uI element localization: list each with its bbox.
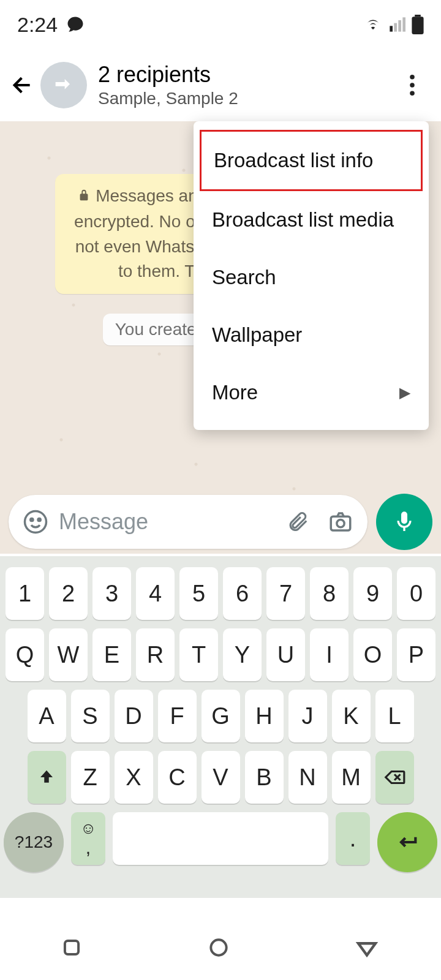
key-8[interactable]: 8 [310,567,349,620]
key-s[interactable]: S [71,690,110,742]
svg-rect-5 [412,17,423,34]
menu-item-more[interactable]: More ▶ [194,364,429,421]
key-x[interactable]: X [115,751,153,804]
menu-item-label: Wallpaper [212,323,302,347]
key-0[interactable]: 0 [397,567,435,620]
more-options-button[interactable] [397,70,428,100]
key-shift[interactable] [28,751,66,804]
key-5[interactable]: 5 [179,567,218,620]
status-bar: 2:24 [0,0,441,49]
svg-rect-14 [65,941,78,954]
signal-icon [388,16,405,33]
key-symbols[interactable]: ?123 [4,812,64,872]
keyboard-row-numbers: 1 2 3 4 5 6 7 8 9 0 [4,567,437,620]
message-input-pill: Message [9,495,368,549]
key-z[interactable]: Z [71,751,110,804]
chevron-right-icon: ▶ [399,384,410,401]
key-u[interactable]: U [266,628,305,681]
header-text-block[interactable]: 2 recipients Sample, Sample 2 [98,62,397,108]
key-j[interactable]: J [288,690,327,742]
svg-point-13 [337,520,344,527]
back-button[interactable] [7,70,38,100]
system-nav-bar [0,919,441,980]
key-a[interactable]: A [28,690,66,742]
key-6[interactable]: 6 [223,567,262,620]
key-i[interactable]: I [310,628,349,681]
key-1[interactable]: 1 [6,567,44,620]
svg-point-8 [410,91,415,96]
emoji-button[interactable] [21,507,50,537]
key-y[interactable]: Y [223,628,262,681]
lock-icon [77,187,96,206]
key-9[interactable]: 9 [353,567,392,620]
svg-rect-3 [402,17,405,31]
key-p[interactable]: P [397,628,435,681]
svg-point-7 [410,83,415,88]
key-b[interactable]: B [245,751,284,804]
key-7[interactable]: 7 [266,567,305,620]
svg-point-9 [25,511,47,533]
voice-message-button[interactable] [376,494,432,550]
key-period[interactable]: . [336,812,370,865]
svg-rect-12 [331,516,350,530]
key-r[interactable]: R [136,628,175,681]
key-n[interactable]: N [288,751,327,804]
menu-item-search[interactable]: Search [194,249,429,306]
key-h[interactable]: H [245,690,284,742]
key-l[interactable]: L [375,690,414,742]
key-w[interactable]: W [49,628,88,681]
camera-button[interactable] [326,507,355,537]
key-f[interactable]: F [158,690,197,742]
menu-item-label: Search [212,266,276,289]
nav-home-button[interactable] [207,936,234,963]
broadcast-avatar[interactable] [40,62,87,108]
key-3[interactable]: 3 [92,567,131,620]
keyboard-row-3: Z X C V B N M [4,751,437,804]
svg-point-6 [410,75,415,80]
attach-button[interactable] [283,507,312,537]
key-space[interactable] [113,812,328,865]
key-backspace[interactable] [375,751,414,804]
key-o[interactable]: O [353,628,392,681]
keyboard-row-bottom: ?123 ☺ , . [4,812,437,872]
menu-item-label: Broadcast list info [214,149,373,172]
menu-item-broadcast-info[interactable]: Broadcast list info [200,130,423,191]
key-t[interactable]: T [179,628,218,681]
battery-icon [412,15,424,34]
key-m[interactable]: M [332,751,371,804]
key-emoji-comma[interactable]: ☺ , [71,812,105,865]
key-v[interactable]: V [202,751,240,804]
svg-rect-2 [398,20,401,32]
header-subtitle: Sample, Sample 2 [98,89,397,108]
svg-rect-0 [390,26,393,31]
status-time: 2:24 [17,13,58,37]
emoji-icon: ☺ [80,820,97,837]
header-title: 2 recipients [98,62,397,88]
menu-item-label: Broadcast list media [212,208,394,232]
menu-item-wallpaper[interactable]: Wallpaper [194,306,429,364]
wifi-icon [364,15,382,34]
keyboard: 1 2 3 4 5 6 7 8 9 0 Q W E R T Y U I O P … [0,556,441,898]
menu-item-broadcast-media[interactable]: Broadcast list media [194,191,429,249]
message-input-row: Message [0,491,441,552]
svg-point-11 [38,518,40,521]
message-input[interactable]: Message [50,509,283,535]
key-k[interactable]: K [332,690,371,742]
svg-point-10 [31,518,33,521]
nav-recent-button[interactable] [60,936,87,963]
key-4[interactable]: 4 [136,567,175,620]
key-q[interactable]: Q [6,628,44,681]
svg-point-15 [211,940,226,955]
key-c[interactable]: C [158,751,197,804]
key-enter[interactable] [377,812,437,872]
keyboard-row-2: A S D F G H J K L [4,690,437,742]
menu-item-label: More [212,381,258,404]
key-g[interactable]: G [202,690,240,742]
nav-back-button[interactable] [354,936,381,963]
chat-header: 2 recipients Sample, Sample 2 [0,49,441,121]
comma-label: , [86,837,91,858]
options-menu: Broadcast list info Broadcast list media… [194,121,429,430]
key-e[interactable]: E [92,628,131,681]
key-d[interactable]: D [115,690,153,742]
key-2[interactable]: 2 [49,567,88,620]
